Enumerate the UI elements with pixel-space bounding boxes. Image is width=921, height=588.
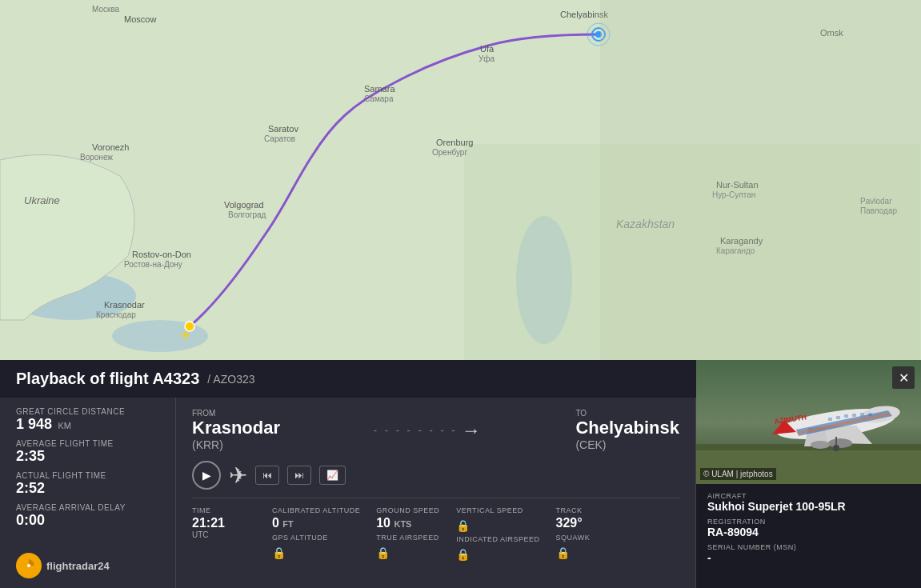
from-label: FROM	[192, 409, 280, 418]
map-area: ✈ Moscow Москва Voronezh Воронеж Ukraine…	[0, 0, 921, 360]
indicated-airspeed-label: INDICATED AIRSPEED	[456, 535, 539, 543]
svg-rect-52	[860, 413, 864, 416]
close-aircraft-panel-button[interactable]: ✕	[892, 366, 915, 389]
svg-point-56	[833, 445, 839, 451]
registration-value: RA-89094	[707, 526, 910, 538]
chart-button[interactable]: 📈	[319, 466, 346, 485]
track-value: 329°	[556, 516, 620, 530]
from-code: (KRR)	[192, 438, 280, 451]
panel-body: GREAT CIRCLE DISTANCE 1 948 KM AVERAGE F…	[0, 398, 696, 588]
svg-point-40	[27, 564, 30, 567]
actual-flight-value: 2:52	[16, 480, 159, 497]
next-frame-button[interactable]: ⏭	[287, 466, 311, 485]
to-city: Chelyabinsk	[575, 418, 679, 438]
avg-flight-value: 2:35	[16, 448, 159, 465]
svg-rect-49	[836, 416, 840, 419]
vertical-speed-label: VERTICAL SPEED	[456, 506, 539, 514]
time-label: TIME	[192, 506, 256, 514]
aircraft-type-row: AIRCRAFT Sukhoi Superjet 100-95LR	[707, 492, 910, 513]
distance-label: GREAT CIRCLE DISTANCE	[16, 407, 159, 416]
play-button[interactable]: ▶	[192, 461, 221, 490]
avg-arrival-value: 0:00	[16, 512, 159, 529]
aircraft-details: AIRCRAFT Sukhoi Superjet 100-95LR REGIST…	[696, 484, 921, 572]
svg-text:Saratov: Saratov	[268, 124, 298, 134]
indicated-airspeed-lock-icon: 🔒	[456, 548, 539, 561]
svg-point-47	[811, 441, 830, 449]
route-arrow: - - - - - - - - →	[292, 419, 563, 442]
aircraft-type-label: AIRCRAFT	[707, 492, 910, 500]
avg-arrival-label: AVERAGE ARRIVAL DELAY	[16, 503, 159, 512]
actual-flight-label: ACTUAL FLIGHT TIME	[16, 471, 159, 480]
svg-rect-38	[600, 0, 921, 360]
gps-alt-lock-icon: 🔒	[272, 546, 360, 559]
avg-flight-stat: AVERAGE FLIGHT TIME 2:35	[16, 439, 159, 465]
true-airspeed-label: TRUE AIRSPEED	[376, 534, 440, 542]
svg-text:✈: ✈	[180, 329, 190, 342]
panel-subtitle: / AZO323	[207, 373, 254, 386]
info-panel: Playback of flight A4323 / AZO323 GREAT …	[0, 360, 696, 588]
aircraft-photo: AZIMUTH ✕ © ULAM | jetphotos	[696, 360, 921, 484]
cal-alt-label: CALIBRATED ALTITUDE	[272, 506, 360, 514]
field-ground-speed: GROUND SPEED 10 KTS TRUE AIRSPEED 🔒	[376, 506, 440, 561]
route-endpoints: FROM Krasnodar (KRR) - - - - - - - - → T…	[192, 409, 679, 451]
svg-text:Саратов: Саратов	[264, 134, 295, 143]
serial-number-label: SERIAL NUMBER (MSN)	[707, 543, 910, 551]
time-unit: UTC	[192, 530, 256, 539]
route-to: TO Chelyabinsk (CEK)	[575, 409, 679, 451]
track-label: TRACK	[556, 506, 620, 514]
actual-flight-stat: ACTUAL FLIGHT TIME 2:52	[16, 471, 159, 497]
avg-arrival-stat: AVERAGE ARRIVAL DELAY 0:00	[16, 503, 159, 529]
registration-label: REGISTRATION	[707, 518, 910, 526]
svg-text:Moscow: Moscow	[124, 14, 156, 24]
aircraft-panel: AZIMUTH ✕ © ULAM | jetphotos AIRCRAFT Su…	[696, 360, 921, 588]
svg-text:Краснодар: Краснодар	[96, 310, 136, 319]
fr24-logo: flightradar24	[16, 553, 159, 578]
avg-flight-label: AVERAGE FLIGHT TIME	[16, 439, 159, 448]
photo-credit: © ULAM | jetphotos	[700, 468, 776, 480]
vertical-speed-lock-icon: 🔒	[456, 519, 539, 532]
svg-rect-51	[852, 414, 856, 417]
svg-text:Оренбург: Оренбург	[432, 148, 467, 157]
svg-text:Москва: Москва	[92, 5, 120, 14]
svg-text:Orenburg: Orenburg	[436, 138, 473, 147]
field-time: TIME 21:21 UTC	[192, 506, 256, 561]
panel-header: Playback of flight A4323 / AZO323	[0, 360, 696, 398]
data-fields: TIME 21:21 UTC CALIBRATED ALTITUDE 0 FT …	[192, 498, 679, 561]
distance-value: 1 948	[16, 416, 52, 432]
serial-number-row: SERIAL NUMBER (MSN) -	[707, 543, 910, 564]
svg-text:Самара: Самара	[364, 94, 394, 103]
distance-stat: GREAT CIRCLE DISTANCE 1 948 KM	[16, 407, 159, 433]
registration-row: REGISTRATION RA-89094	[707, 518, 910, 538]
svg-text:Ростов-на-Дону: Ростов-на-Дону	[124, 260, 182, 269]
svg-point-46	[828, 438, 852, 448]
route-from: FROM Krasnodar (KRR)	[192, 409, 280, 451]
serial-number-value: -	[707, 551, 910, 564]
fr24-radar-icon	[16, 553, 42, 578]
svg-rect-50	[844, 414, 848, 418]
svg-text:Samara: Samara	[364, 84, 395, 94]
from-city: Krasnodar	[192, 418, 280, 438]
svg-text:Волгоград: Волгоград	[228, 210, 266, 219]
distance-unit: KM	[58, 421, 72, 430]
svg-text:Уфа: Уфа	[479, 54, 495, 63]
playback-controls: ▶ ✈ ⏮ ⏭ 📈	[192, 461, 679, 490]
fr24-text: flightradar24	[46, 560, 110, 572]
svg-text:Ukraine: Ukraine	[24, 194, 60, 206]
plane-progress-icon: ✈	[229, 462, 247, 489]
svg-text:Воронеж: Воронеж	[80, 153, 113, 162]
prev-frame-button[interactable]: ⏮	[255, 466, 279, 485]
to-label: TO	[575, 409, 679, 418]
svg-text:Volgograd: Volgograd	[224, 200, 264, 210]
stats-column: GREAT CIRCLE DISTANCE 1 948 KM AVERAGE F…	[0, 398, 176, 588]
svg-text:Rostov-on-Don: Rostov-on-Don	[132, 250, 191, 259]
route-column: FROM Krasnodar (KRR) - - - - - - - - → T…	[176, 398, 696, 588]
svg-text:Krasnodar: Krasnodar	[104, 300, 145, 310]
cal-alt-value: 0 FT	[272, 516, 360, 530]
ground-speed-label: GROUND SPEED	[376, 506, 440, 514]
squawk-lock-icon: 🔒	[556, 546, 620, 559]
to-code: (CEK)	[575, 438, 679, 451]
svg-rect-48	[828, 418, 832, 421]
squawk-label: SQUAWK	[556, 534, 620, 542]
time-value: 21:21	[192, 516, 256, 530]
field-cal-alt: CALIBRATED ALTITUDE 0 FT GPS ALTITUDE 🔒	[272, 506, 360, 561]
